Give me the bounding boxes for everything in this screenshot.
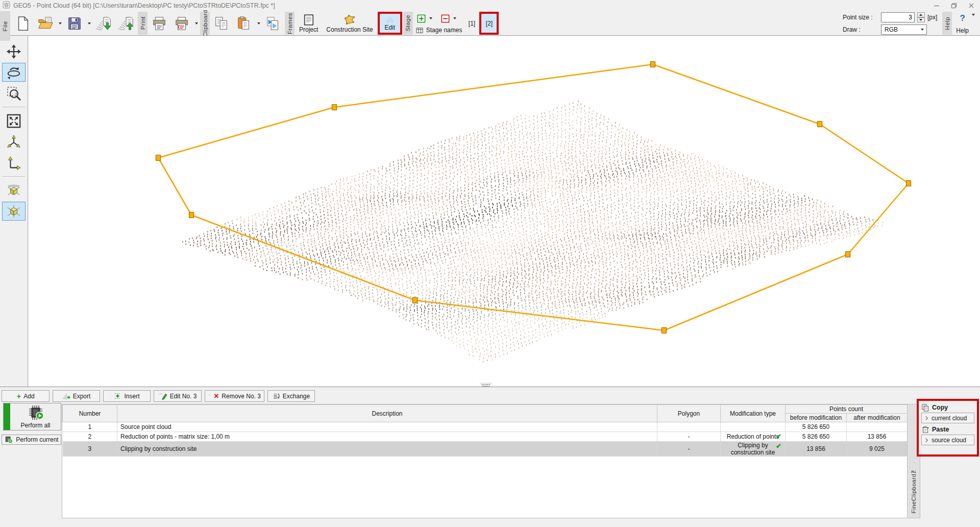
zoom-extents-button[interactable] [2,111,26,130]
help-dropdown[interactable] [970,14,976,16]
copy-icon [214,16,229,31]
minimize-button[interactable] [928,0,945,11]
import-point-cloud-button[interactable] [93,12,114,35]
save-button[interactable] [64,12,85,35]
add-stage-button[interactable] [416,13,427,23]
stage-tab-2[interactable]: [2] [481,14,497,33]
axonometric-view-button[interactable] [2,202,26,221]
add-stage-dropdown[interactable] [428,17,434,19]
modifications-table-body: 1Source point cloud5 826 6502Reduction o… [63,422,908,457]
table-row[interactable]: 3Clipping by construction site-Clipping … [63,442,908,457]
plan-view-axes-button[interactable] [2,153,26,172]
rotate-tool-button[interactable] [2,63,26,82]
view-settings: Point size : [px] Draw : RGB [839,12,941,35]
remove-no-3-button[interactable]: ✕ Remove No. 3 [205,390,264,402]
table-row[interactable]: 1Source point cloud5 826 650 [63,422,908,432]
copy-button[interactable] [211,12,232,35]
open-file-dropdown[interactable] [57,12,63,35]
col-header-description: Description [117,405,657,422]
save-icon [67,16,82,31]
progress-bar [4,403,10,430]
perform-current-button[interactable]: Perform current [2,435,61,445]
zoom-window-tool-button[interactable] [2,84,26,103]
main-toolbar: Print Clipboard Frames Project Construct… [0,11,980,36]
remove-stage-button[interactable] [440,13,451,23]
axonometric-view-icon [6,204,21,219]
close-button[interactable] [963,0,980,11]
edit-point-cloud-icon [383,16,397,24]
question-mark-icon: ? [960,14,965,23]
geo5-window: GEO5 - Point Cloud (64 bit) [C:\Users\tu… [0,0,980,527]
fineclipboard-brand: FineClipboard™ [911,467,917,514]
help-group-label: Help [942,12,952,35]
edit-no-3-button[interactable]: Edit No. 3 [154,390,202,402]
open-file-icon [38,16,53,31]
edit-button[interactable]: Edit [380,14,400,33]
plus-icon: + [16,393,21,400]
insert-button[interactable]: Insert [103,390,151,402]
new-file-button[interactable] [12,12,34,35]
project-button[interactable]: Project [296,12,322,35]
col-header-after-modification: after modification [847,414,908,422]
print-button[interactable] [149,12,170,35]
save-dropdown[interactable] [86,12,92,35]
perform-all-button[interactable]: Perform all [3,403,61,430]
draw-select[interactable]: RGB [881,25,927,35]
point-size-stepper[interactable] [917,12,925,22]
export-button[interactable]: Export [53,390,100,402]
point-cloud-import-icon [95,16,112,31]
divider [3,107,25,107]
construction-site-button[interactable]: Construction Site [323,12,376,35]
open-file-button[interactable] [35,12,56,35]
table-row[interactable]: 2Reduction of points - matrix size: 1,00… [63,432,908,442]
help-button[interactable]: ? Help [953,12,978,35]
point-cloud-canvas[interactable] [29,36,980,387]
axes-2d-icon [6,155,21,171]
app-icon [3,1,10,10]
add-button[interactable]: +Add [2,390,50,402]
paste-dropdown[interactable] [256,12,261,35]
file-menu-tab[interactable]: File [0,11,10,41]
edit-highlight-box: Edit [378,12,402,35]
restore-button[interactable] [945,0,963,11]
printer-selection-icon [174,16,189,31]
exchange-button[interactable]: Exchange [267,390,315,402]
export-icon [62,392,70,400]
paste-icon [921,425,929,434]
chevron-down-icon [918,25,926,34]
col-header-modification-type: Modification type [721,405,786,422]
axonometry-axes-button[interactable] [2,132,26,151]
stage-tab-1[interactable]: [1] [465,12,478,35]
pan-icon [6,44,21,59]
perspective-view-button[interactable] [2,181,26,200]
spin-up-icon[interactable] [917,12,925,17]
paste-section-label: Paste [921,424,974,435]
check-icon: ✔ [776,433,781,440]
print-dropdown[interactable] [193,12,199,35]
remove-stage-dropdown[interactable] [452,17,458,19]
pencil-icon [159,392,167,400]
print-preview-button[interactable] [262,12,284,35]
point-size-label: Point size : [843,14,878,21]
print-selection-button[interactable] [171,12,192,35]
copy-current-cloud-button[interactable]: current cloud [921,413,974,423]
insert-icon [114,392,121,400]
copy-icon [921,403,929,412]
copy-section-label: Copy [921,402,974,413]
project-icon [302,14,315,26]
point-size-input[interactable] [881,12,915,22]
paste-button[interactable] [233,12,255,35]
modifications-table: Number Description Polygon Modification … [62,404,908,518]
pan-tool-button[interactable] [2,42,26,61]
point-cloud-export-icon [117,16,135,31]
export-point-cloud-button[interactable] [115,12,137,35]
chevron-right-icon [925,416,928,421]
zoom-window-icon [6,86,21,101]
spin-down-icon[interactable] [917,17,925,22]
col-header-polygon: Polygon [657,405,721,422]
stage-names-button[interactable]: Stage names [416,27,462,34]
exchange-icon [273,392,280,400]
paste-source-cloud-button[interactable]: source cloud [921,435,974,445]
minus-icon [441,14,450,23]
divider [3,176,25,177]
